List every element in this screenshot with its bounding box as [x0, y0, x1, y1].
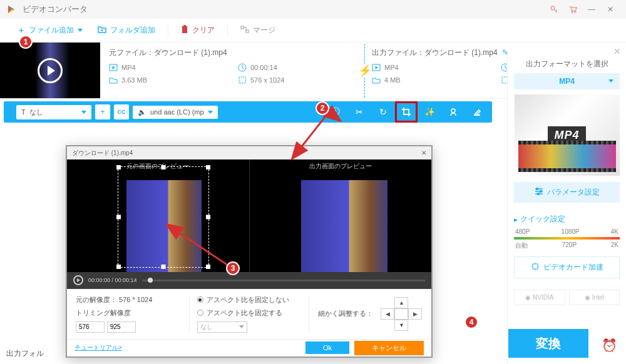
chip-icon	[531, 262, 540, 273]
intel-badge: ◉Intel	[569, 290, 620, 305]
param-label: パラメータ設定	[547, 187, 600, 198]
video-thumbnail[interactable]	[0, 43, 100, 98]
svg-point-14	[537, 193, 539, 195]
sliders-icon	[535, 188, 543, 197]
cart-icon[interactable]	[563, 0, 582, 19]
watermark-icon[interactable]	[443, 103, 463, 121]
bolt-icon: ⚡	[358, 64, 372, 78]
dialog-titlebar: ダウンロード (1).mp4 ✕	[67, 146, 431, 159]
q-2k: 2K	[611, 241, 618, 250]
src-container: MP4	[109, 63, 225, 72]
aspect-free-radio[interactable]: アスペクト比を固定しない	[197, 295, 302, 305]
annotation-badge-3: 3	[226, 261, 240, 275]
timeline-knob[interactable]	[148, 278, 153, 283]
nudge-up-button[interactable]: ▲	[394, 297, 408, 308]
effects-icon[interactable]: ✨	[419, 103, 439, 121]
out-container: MP4	[372, 63, 488, 72]
format-thumbnail: MP4	[515, 94, 620, 176]
parameter-settings-button[interactable]: パラメータ設定	[514, 182, 620, 203]
crop-selection-box[interactable]	[118, 166, 208, 268]
dialog-title-text: ダウンロード (1).mp4	[72, 149, 133, 158]
output-preview-pane: 出力画面のプレビュー	[250, 159, 432, 272]
svg-point-12	[536, 188, 538, 190]
folder-plus-icon	[98, 26, 106, 35]
chevron-down-icon	[239, 325, 244, 328]
chevron-down-icon	[81, 111, 86, 114]
quality-slider[interactable]: 480P 1080P 4K 自動 720P 2K	[514, 228, 620, 250]
timeline-play-button[interactable]	[73, 275, 83, 285]
svg-point-13	[540, 191, 541, 193]
svg-point-1	[572, 11, 573, 13]
q-1080p: 1080P	[562, 228, 580, 235]
src-size: 3.63 MB	[109, 76, 225, 84]
clear-button[interactable]: クリア	[176, 23, 220, 38]
fine-adjust-label: 細かく調整する：	[318, 309, 373, 318]
svg-rect-15	[533, 264, 538, 269]
aspect-ratio-dropdown[interactable]: なし	[197, 321, 247, 333]
rotate-icon[interactable]: ↻	[373, 103, 393, 121]
nudge-right-button[interactable]: ▶	[408, 308, 422, 320]
source-preview-label: 元の画面のプレビュー	[126, 162, 189, 171]
chevron-down-icon	[78, 29, 83, 32]
trash-icon	[181, 25, 188, 36]
chevron-down-icon	[208, 111, 213, 114]
dialog-options: 元の解像度： 576 * 1024 トリミング解像度 アスペクト比を固定しない …	[67, 289, 431, 339]
audio-track-dropdown[interactable]: 🔈 und aac (LC) (mp	[133, 106, 218, 119]
marker-icon[interactable]	[467, 103, 487, 121]
nudge-down-button[interactable]: ▼	[394, 320, 408, 331]
crop-button[interactable]	[397, 103, 416, 121]
add-folder-label: フォルダ追加	[110, 25, 155, 36]
nvidia-badge: ◉NVIDIA	[514, 290, 565, 305]
hw-label: ビデオカード加速	[543, 262, 603, 273]
conversion-arrow: ⚡	[358, 43, 372, 98]
titlebar: ビデオコンバータ — ✕	[0, 0, 626, 19]
nudge-left-button[interactable]: ◀	[381, 308, 394, 320]
sidebar-title: 出力フォーマットを選択	[514, 59, 620, 69]
trim-res-label: トリミング解像度	[76, 308, 180, 318]
format-dropdown[interactable]: MP4	[514, 73, 620, 89]
key-icon[interactable]	[545, 0, 563, 19]
minimize-button[interactable]: —	[582, 0, 601, 19]
action-bar: ＋ ファイル追加 フォルダ追加 クリア マージ	[0, 19, 626, 43]
q-auto: 自動	[515, 241, 528, 250]
merge-label: マージ	[253, 25, 275, 36]
annotation-badge-1: 1	[19, 35, 33, 49]
sidebar-output-format: 出力フォーマットを選択 MP4 MP4 パラメータ設定 ▸クイック設定 480P…	[507, 55, 626, 364]
text-icon: T	[21, 108, 26, 116]
annotation-badge-4: 4	[464, 315, 478, 329]
svg-point-11	[451, 109, 455, 113]
q-480p: 480P	[515, 228, 530, 235]
src-duration: 00:00:14	[238, 63, 354, 72]
trim-width-input[interactable]	[76, 321, 105, 333]
schedule-icon[interactable]: ⏰	[602, 338, 617, 353]
source-file-title: 元ファイル：ダウンロード (1).mp4	[109, 48, 354, 58]
dialog-close-button[interactable]: ✕	[421, 149, 426, 156]
convert-button[interactable]: 変換	[508, 329, 588, 358]
cut-icon[interactable]: ✂	[349, 103, 369, 121]
out-size: 4 MB	[372, 76, 488, 84]
close-button[interactable]: ✕	[601, 0, 620, 19]
timeline-track[interactable]	[142, 280, 425, 281]
quick-settings-title: ▸クイック設定	[514, 214, 620, 225]
merge-button[interactable]: マージ	[235, 23, 280, 38]
plus-icon: ＋	[18, 25, 25, 36]
app-logo-icon	[6, 4, 16, 14]
timeline-time: 00:00:00 / 00:00:14	[88, 277, 137, 283]
arrow-pad: ▲ ◀ ▶ ▼	[381, 297, 422, 331]
orig-res-row: 元の解像度： 576 * 1024	[76, 295, 180, 305]
hw-accel-button[interactable]: ビデオカード加速	[514, 256, 620, 278]
subtitle-dropdown[interactable]: T なし	[16, 105, 91, 119]
src-resolution: 576 x 1024	[238, 76, 354, 84]
cc-button[interactable]: CC	[114, 104, 129, 119]
divider	[227, 24, 228, 37]
svg-rect-7	[239, 77, 245, 83]
trim-height-input[interactable]	[107, 321, 136, 333]
speaker-icon: 🔈	[138, 108, 146, 116]
add-subtitle-button[interactable]: +	[95, 104, 110, 119]
add-folder-button[interactable]: フォルダ追加	[93, 23, 160, 38]
source-preview-pane[interactable]: 元の画面のプレビュー	[67, 159, 250, 272]
annotation-badge-2: 2	[316, 101, 329, 115]
play-icon	[38, 58, 63, 83]
dialog-timeline[interactable]: 00:00:00 / 00:00:14	[67, 272, 431, 289]
aspect-lock-radio[interactable]: アスペクト比を固定する	[197, 308, 302, 318]
